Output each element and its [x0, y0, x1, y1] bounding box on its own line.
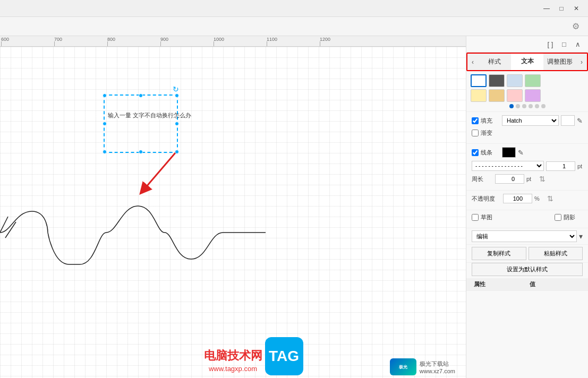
- perimeter-stepper[interactable]: ⇅: [539, 175, 546, 183]
- sketch-shadow-row: 草图 阴影: [472, 213, 583, 221]
- sine-wave-chart: [0, 179, 266, 286]
- gradient-checkbox[interactable]: [472, 130, 479, 136]
- set-default-button[interactable]: 设置为默认样式: [472, 263, 583, 276]
- opacity-row: 不透明度 % ⇅: [472, 194, 583, 203]
- right-panel: [ ] □ ∧ ‹ 样式 文本 调整图形 ›: [466, 36, 588, 378]
- swatch-purple[interactable]: [525, 89, 541, 102]
- panel-top-icons: [ ] □ ∧: [466, 36, 588, 53]
- settings-icon[interactable]: ⚙: [570, 19, 582, 33]
- aurora-logo: 极光: [390, 358, 416, 375]
- shadow-checkbox[interactable]: [555, 214, 561, 221]
- swatch-dark[interactable]: [489, 74, 505, 87]
- handle-bot-right[interactable]: [175, 150, 179, 154]
- dot-5[interactable]: [535, 104, 539, 108]
- panel-icon-bracket[interactable]: [ ]: [544, 38, 556, 50]
- aurora-badge: 极光 极光下载站 www.xz7.com: [390, 358, 455, 375]
- stroke-color-box[interactable]: [502, 147, 516, 158]
- handle-top-right[interactable]: [175, 93, 179, 98]
- action-buttons-row: 复制样式 粘贴样式: [466, 245, 588, 263]
- stroke-edit-icon[interactable]: ✎: [518, 149, 524, 157]
- svg-line-2: [0, 217, 8, 233]
- perimeter-label: 周长: [472, 175, 493, 183]
- attr-table-header: 属性 值: [466, 278, 588, 291]
- fill-section: 填充 Hatch Solid None Pattern ✎ 渐变: [466, 112, 588, 144]
- fill-color-box[interactable]: [561, 115, 575, 126]
- canvas-area: 600 700 800 900 1000 1100 1200 ↻ 输入一量 文字…: [0, 36, 466, 378]
- fill-type-select[interactable]: Hatch Solid None Pattern: [502, 115, 559, 126]
- ruler-label-1100: 1100: [267, 37, 277, 42]
- paste-style-button[interactable]: 粘贴样式: [529, 247, 583, 260]
- edit-dropdown-row: 编辑 ▾: [466, 228, 588, 245]
- minimize-button[interactable]: —: [539, 2, 554, 15]
- stroke-label: 线条: [481, 149, 500, 157]
- watermark-url: www.tagxp.com: [209, 365, 257, 373]
- swatch-yellow[interactable]: [471, 89, 487, 102]
- ruler-horizontal: 600 700 800 900 1000 1100 1200: [0, 36, 466, 47]
- tag-badge: TAG: [265, 337, 303, 375]
- handle-bot-mid[interactable]: [139, 150, 143, 154]
- panel-icon-window[interactable]: □: [558, 38, 570, 50]
- shape-text: 输入一量 文字不自动换行怎么办: [108, 111, 191, 119]
- tab-adjust[interactable]: 调整图形: [543, 54, 576, 70]
- handle-mid-right[interactable]: [175, 122, 179, 126]
- swatch-blue-light[interactable]: [507, 74, 523, 87]
- aurora-text1: 极光下载站: [420, 360, 455, 368]
- swatches-row-1: [471, 74, 584, 87]
- tab-prev-arrow[interactable]: ‹: [467, 54, 478, 70]
- perimeter-input[interactable]: [495, 174, 524, 184]
- fill-label: 填充: [481, 117, 500, 125]
- watermark: 电脑技术网 www.tagxp.com: [204, 348, 262, 373]
- fill-row: 填充 Hatch Solid None Pattern ✎: [472, 115, 583, 126]
- gradient-label: 渐变: [481, 129, 500, 137]
- set-default-btn-wrap: 设置为默认样式: [466, 263, 588, 278]
- handle-mid-left[interactable]: [103, 122, 107, 126]
- handle-top-mid[interactable]: [139, 93, 143, 98]
- swatch-pink[interactable]: [507, 89, 523, 102]
- panel-icon-collapse[interactable]: ∧: [572, 38, 584, 50]
- opacity-label: 不透明度: [472, 195, 501, 203]
- swatch-orange[interactable]: [489, 89, 505, 102]
- edit-select[interactable]: 编辑: [472, 230, 577, 242]
- stroke-width-input[interactable]: [546, 161, 575, 171]
- edit-expand-button[interactable]: ▾: [579, 232, 583, 240]
- dot-6[interactable]: [541, 104, 546, 108]
- tab-text[interactable]: 文本: [511, 54, 544, 70]
- dot-4[interactable]: [529, 104, 533, 108]
- dot-1[interactable]: [509, 104, 514, 108]
- dot-3[interactable]: [522, 104, 526, 108]
- swatch-white[interactable]: [471, 74, 487, 87]
- ruler-label-800: 800: [107, 37, 115, 42]
- copy-style-button[interactable]: 复制样式: [472, 247, 526, 260]
- swatches-row-2: [471, 89, 584, 102]
- handle-top-left[interactable]: [103, 93, 107, 98]
- attr-header-value: 值: [527, 279, 583, 289]
- fill-edit-icon[interactable]: ✎: [577, 117, 583, 125]
- stroke-checkbox[interactable]: [472, 149, 479, 156]
- handle-bot-left[interactable]: [103, 150, 107, 154]
- dot-2[interactable]: [516, 104, 520, 108]
- tab-style[interactable]: 样式: [478, 54, 511, 70]
- tab-next-arrow[interactable]: ›: [576, 54, 587, 70]
- fill-checkbox[interactable]: [472, 117, 479, 124]
- title-bar: — □ ✕: [0, 0, 588, 17]
- opacity-stepper[interactable]: ⇅: [547, 194, 553, 203]
- swatches-section: [466, 71, 588, 112]
- rotate-handle[interactable]: ↻: [173, 85, 179, 93]
- swatch-green-light[interactable]: [525, 74, 541, 87]
- sketch-label: 草图: [481, 213, 500, 221]
- opacity-input[interactable]: [503, 194, 532, 203]
- selected-shape[interactable]: ↻ 输入一量 文字不自动换行怎么办: [104, 94, 178, 153]
- ruler-label-1000: 1000: [214, 37, 224, 42]
- canvas-content: ↻ 输入一量 文字不自动换行怎么办: [0, 47, 466, 378]
- stroke-width-unit: pt: [577, 163, 588, 169]
- perimeter-row: 周长 pt ⇅: [472, 174, 583, 184]
- stroke-style-row: - - - - - - - - - - - - - - - ——————————…: [472, 161, 583, 171]
- attr-header-key: 属性: [472, 279, 527, 289]
- stroke-line-style-select[interactable]: - - - - - - - - - - - - - - - ——————————…: [472, 161, 544, 171]
- maximize-button[interactable]: □: [554, 2, 569, 15]
- ruler-label-700: 700: [54, 37, 62, 42]
- ruler-label-900: 900: [160, 37, 168, 42]
- sketch-checkbox[interactable]: [472, 214, 479, 221]
- close-button[interactable]: ✕: [569, 2, 584, 15]
- main-layout: 600 700 800 900 1000 1100 1200 ↻ 输入一量 文字…: [0, 36, 588, 378]
